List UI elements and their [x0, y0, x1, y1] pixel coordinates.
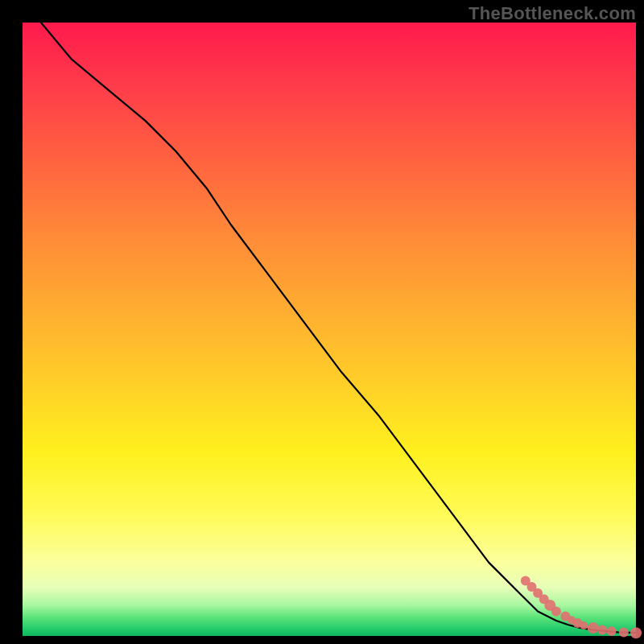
- scatter-point: [588, 622, 599, 634]
- scatter-point: [597, 625, 607, 634]
- curve-line: [41, 23, 636, 633]
- scatter-point: [619, 627, 629, 637]
- chart-overlay: [0, 0, 644, 644]
- scatter-point: [630, 627, 642, 638]
- scatter-points: [521, 576, 642, 638]
- scatter-point: [580, 621, 588, 630]
- scatter-point: [551, 607, 561, 617]
- scatter-point: [607, 626, 617, 636]
- figure: TheBottleneck.com: [0, 0, 644, 644]
